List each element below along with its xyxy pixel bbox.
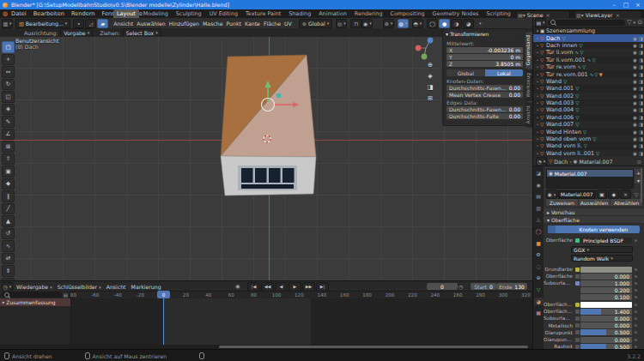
window-pane[interactable] (269, 168, 281, 183)
local-button[interactable]: Lokal (485, 69, 524, 76)
preview-panel-header[interactable]: ▸ Vorschau (544, 208, 644, 216)
disable-in-renders-icon[interactable]: ◨ (639, 64, 643, 69)
maximize-button[interactable]: □ (620, 2, 632, 9)
workspace-tab[interactable]: Modeling (140, 9, 172, 18)
hide-in-viewport-icon[interactable]: ◉ (633, 143, 637, 148)
outliner-object-row[interactable]: • ▽ Dach ▽ ◉ ◨ (533, 34, 644, 41)
solid-shading-button[interactable]: ● (439, 19, 450, 28)
workspace-tab[interactable]: Animation (315, 9, 350, 18)
wireframe-shading-button[interactable]: ◯ (427, 19, 438, 28)
window-pane[interactable] (255, 168, 267, 183)
disable-in-renders-icon[interactable]: ◨ (639, 122, 643, 127)
disable-in-renders-icon[interactable]: ◨ (639, 86, 643, 91)
outliner-object-row[interactable]: • ▽ Wand vorn li. ▽ ◉ ◨ (533, 142, 644, 149)
outliner-object-row[interactable]: • ▽ Wand.001 ▽ ◉ ◨ (533, 85, 644, 92)
gizmo-plane-handle[interactable] (276, 93, 281, 98)
play-button[interactable]: ▶ (289, 282, 301, 292)
outliner-object-row[interactable]: • ▽ Wand ▽ ◉ ◨ (533, 78, 644, 85)
tool-inset-faces[interactable]: ▣ (2, 165, 15, 177)
properties-editor-type-button[interactable]: ◔ (536, 157, 547, 166)
outliner-object-row[interactable]: • ▽ Wand.003 ▽ ◉ ◨ (533, 99, 644, 106)
disable-in-renders-icon[interactable]: ◨ (639, 151, 643, 156)
tool-smooth[interactable]: ∿ (2, 240, 15, 252)
vertex-select-button[interactable]: • (73, 19, 84, 28)
disable-in-renders-icon[interactable]: ◨ (639, 57, 643, 63)
timeline-scrollbar-thumb[interactable] (219, 346, 528, 348)
tool-shrink-fatten[interactable]: ⇕ (2, 265, 15, 277)
tool-add-cube[interactable]: ⊞ (2, 141, 15, 153)
timeline-menu-item[interactable]: Wiedergabe (16, 284, 52, 290)
workspace-tab[interactable]: Sculpting (173, 9, 205, 18)
disable-in-renders-icon[interactable]: ◨ (639, 115, 643, 120)
play-reverse-button[interactable]: ◀ (275, 282, 288, 292)
timeline-editor-type-button[interactable]: ◷ (2, 282, 13, 292)
unlink-view-layer-icon[interactable]: × (616, 12, 620, 18)
tab-object-data[interactable]: ▽ (534, 286, 544, 293)
tab-output[interactable]: ▤ (534, 192, 544, 200)
property-value-field[interactable]: 1.000 (580, 280, 632, 286)
outliner-object-row[interactable]: • ▽ Wand oben vorn ▽ ◉ ◨ (533, 135, 644, 142)
zoom-view-icon[interactable]: ⊕ (428, 61, 433, 69)
property-value-field[interactable]: 0.100 (580, 294, 632, 300)
tab-render[interactable]: ◉ (534, 181, 544, 189)
timeline-menu-item[interactable]: Ansicht (106, 284, 126, 290)
tab-scene[interactable]: ◬ (534, 215, 544, 223)
decorator-dot[interactable] (635, 317, 637, 320)
property-value-field[interactable] (580, 302, 632, 308)
viewport-menu-item[interactable]: Hinzufügen (169, 21, 199, 27)
channel-search-input[interactable] (2, 292, 62, 298)
surface-panel-header[interactable]: ▾ Oberfläche (544, 216, 644, 224)
hide-in-viewport-icon[interactable]: ◉ (633, 136, 637, 141)
unlink-material-button[interactable]: × (620, 190, 631, 199)
disable-in-renders-icon[interactable]: ◨ (639, 36, 643, 41)
workspace-tab[interactable]: UV Editing (206, 9, 241, 18)
hide-in-viewport-icon[interactable]: ◉ (633, 36, 637, 41)
minimize-button[interactable]: – (608, 2, 620, 9)
select-button[interactable]: Auswählen (579, 199, 611, 206)
tool-cursor[interactable]: + (2, 54, 15, 66)
current-frame-field[interactable]: 0 (427, 283, 458, 290)
overlays-dropdown[interactable]: ◍ (398, 19, 409, 28)
viewport-menu-item[interactable]: Ansicht (113, 21, 133, 27)
outliner-object-row[interactable]: • ▽ Wand vorn li..001 ▽ ◉ ◨ (533, 150, 644, 157)
tab-tool[interactable]: ◪ (534, 169, 544, 177)
property-value-field[interactable] (580, 267, 632, 273)
menu-item[interactable]: Bearbeiten (30, 10, 68, 17)
tool-select-box[interactable]: ▢ (2, 41, 15, 53)
disable-in-renders-icon[interactable]: ◨ (639, 93, 643, 99)
tool-rotate[interactable]: ↻ (2, 79, 15, 91)
material-shading-button[interactable]: ◑ (451, 19, 462, 28)
properties-scrollbar[interactable] (641, 168, 642, 202)
edge-data-field[interactable]: Durchschnitts-Falte 0.00 (447, 113, 523, 119)
workspace-tab[interactable]: Scripting (483, 9, 513, 18)
tab-material[interactable]: ◕ (534, 298, 544, 305)
tool-spin[interactable]: ↺ (2, 228, 15, 240)
summary-channel-row[interactable]: ▸ Zusammenfassung (0, 298, 70, 306)
decorator-dot[interactable] (635, 324, 637, 327)
object-visibility-dropdown[interactable]: ⊘ (383, 19, 394, 28)
viewport-menu-item[interactable]: Fläche (264, 21, 281, 27)
vertex-data-field[interactable]: Mean Vertex Crease 0.00 (447, 92, 523, 98)
breadcrumb-object[interactable]: Dach (554, 159, 568, 165)
breadcrumb-material[interactable]: Material.007 (579, 159, 612, 165)
sss-method-dropdown[interactable]: Random Walk (571, 255, 633, 262)
editor-type-button[interactable]: ▥ (2, 19, 13, 28)
tab-world[interactable]: ◯ (534, 227, 544, 235)
vertex-data-field[interactable]: Durchschnitts-Fasengewichtung 0.00 (447, 85, 523, 91)
outliner-object-row[interactable]: • ▽ Wand Hinten ▽ ◉ ◨ (533, 128, 644, 135)
disable-in-renders-icon[interactable]: ◨ (639, 143, 643, 148)
disable-in-renders-icon[interactable]: ◨ (639, 43, 643, 48)
property-value-field[interactable]: 0.000 (580, 274, 632, 280)
tab-texture[interactable]: ▦ (534, 309, 544, 316)
surface-shader-field[interactable]: Principled BSDF (580, 238, 632, 244)
disable-in-renders-icon[interactable]: ◨ (639, 129, 643, 135)
median-axis-field[interactable]: Z 3.8505 m (447, 61, 523, 67)
toggle-projection-icon[interactable]: ⊞ (428, 94, 433, 102)
auto-keying-button[interactable]: ◉ (235, 283, 240, 290)
hide-in-viewport-icon[interactable]: ◉ (633, 43, 637, 48)
browse-material-button[interactable]: ◉ (546, 190, 557, 199)
timeline-menu-item[interactable]: Schlüsselbilder (58, 284, 101, 290)
playhead-line[interactable] (163, 298, 164, 345)
tool-measure[interactable]: ∠ (2, 129, 15, 141)
workspace-tab[interactable]: Texture Paint (242, 9, 284, 18)
